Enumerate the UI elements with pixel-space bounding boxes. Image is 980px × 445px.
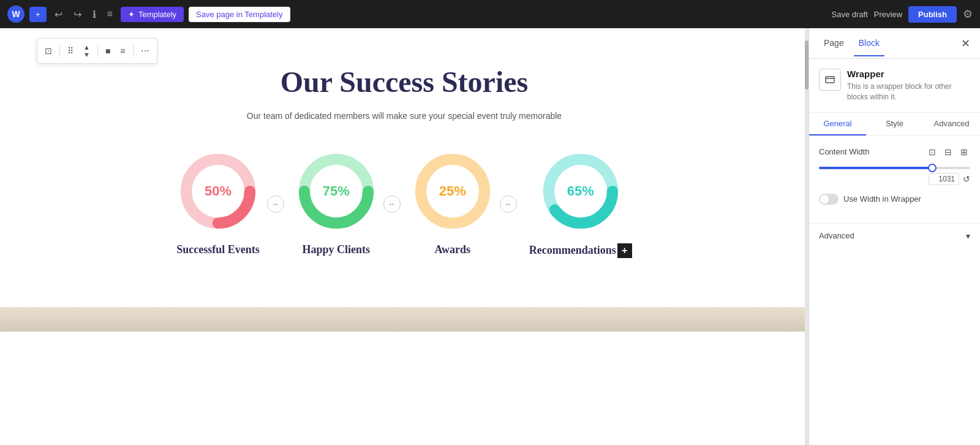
top-bar-right: Save draft Preview Publish ⚙ — [832, 6, 973, 23]
info-button[interactable]: ℹ — [89, 6, 99, 23]
stat-label-2: Happy Clients — [302, 243, 370, 256]
block-info-text: Wrapper This is a wrapper block for othe… — [847, 69, 970, 102]
content-width-label: Content Width — [819, 147, 869, 156]
canvas-content: Our Success Stories Our team of dedicate… — [0, 28, 809, 307]
section-title: Our Success Stories — [12, 65, 796, 99]
add-block-button[interactable]: + — [29, 7, 47, 22]
block-info: Wrapper This is a wrapper block for othe… — [809, 59, 980, 113]
templately-button[interactable]: ✦ Templately — [121, 7, 184, 22]
toolbar-divider-1 — [59, 45, 60, 57]
sidebar-tab-page[interactable]: Page — [819, 31, 849, 56]
stat-item-happy-clients: 75% ↔ Happy Clients — [296, 151, 376, 256]
section-subtitle: Our team of dedicated members will make … — [12, 111, 796, 121]
donut-label-2: 75% — [323, 183, 350, 199]
templately-icon: ✦ — [128, 10, 135, 19]
block-toolbar: ⊡ ⠿ ▲▼ ■ ≡ ⋯ — [37, 38, 157, 64]
bottom-decorative-strip — [0, 307, 809, 332]
sidebar-controls: Content Width ⊡ ⊟ ⊞ ↺ — [809, 136, 980, 223]
content-width-icon-2[interactable]: ⊟ — [942, 146, 954, 158]
slider-value-input[interactable] — [929, 173, 959, 185]
slider-value-row: ↺ — [819, 173, 970, 185]
sidebar-header: Page Block ✕ — [809, 28, 980, 59]
toggle-knob — [820, 195, 829, 203]
stat-item-recommendations: 65% Recommendations+ — [529, 151, 632, 258]
refresh-button[interactable]: ↺ — [963, 174, 970, 184]
toolbar-more-options[interactable]: ⋯ — [137, 44, 153, 58]
content-width-icon-3[interactable]: ⊞ — [958, 146, 970, 158]
slider-row: ↺ — [819, 167, 970, 185]
donut-successful-events: 50% — [178, 151, 258, 231]
save-draft-button[interactable]: Save draft — [832, 10, 868, 19]
slider-thumb[interactable] — [928, 164, 937, 172]
list-view-button[interactable]: ≡ — [104, 6, 116, 23]
preview-button[interactable]: Preview — [874, 10, 902, 19]
donut-awards: 25% — [413, 151, 492, 231]
toolbar-divider-2 — [97, 45, 98, 57]
close-sidebar-button[interactable]: ✕ — [961, 37, 970, 50]
toolbar-move-up-down[interactable]: ▲▼ — [80, 41, 94, 61]
donut-label-1: 50% — [205, 183, 232, 199]
add-after-button[interactable]: + — [617, 243, 632, 258]
stat-item-awards: 25% ↔ Awards — [413, 151, 492, 256]
toolbar-align[interactable]: ≡ — [116, 44, 129, 58]
stat-label-3: Awards — [434, 243, 470, 256]
wp-logo: W — [7, 6, 24, 23]
svg-rect-12 — [826, 77, 834, 83]
stat-item-successful-events: 50% ↔ Successful Events — [176, 151, 260, 256]
redo-button[interactable]: ↪ — [70, 6, 85, 23]
use-width-label: Use Width in Wrapper — [843, 194, 921, 203]
templately-label: Templately — [138, 10, 176, 19]
stats-row: 50% ↔ Successful Events 75% — [12, 151, 796, 258]
toolbar-drag-handle[interactable]: ⠿ — [64, 44, 77, 58]
arrow-btn-2[interactable]: ↔ — [383, 196, 401, 213]
arrow-btn-3[interactable]: ↔ — [500, 196, 517, 213]
toolbar-divider-3 — [133, 45, 134, 57]
content-width-icon-1[interactable]: ⊡ — [926, 146, 938, 158]
block-desc: This is a wrapper block for other blocks… — [847, 82, 970, 102]
sidebar-subtab-advanced[interactable]: Advanced — [923, 113, 980, 135]
slider-track — [819, 167, 970, 169]
donut-happy-clients: 75% — [296, 151, 376, 231]
save-templately-button[interactable]: Save page in Templately — [189, 7, 290, 22]
content-width-row: Content Width ⊡ ⊟ ⊞ — [819, 146, 970, 158]
wrapper-icon — [824, 74, 836, 86]
donut-recommendations: 65% — [541, 151, 620, 231]
content-width-icons: ⊡ ⊟ ⊞ — [926, 146, 970, 158]
sidebar-subtabs: General Style Advanced — [809, 113, 980, 136]
settings-button[interactable]: ⚙ — [963, 7, 973, 21]
canvas-area[interactable]: ⊡ ⠿ ▲▼ ■ ≡ ⋯ Our Success Stories Our tea… — [0, 28, 809, 445]
sidebar-subtab-general[interactable]: General — [809, 113, 866, 135]
toolbar-block-type[interactable]: ⊡ — [41, 44, 56, 58]
sidebar: Page Block ✕ Wrapper This is a wrapper b… — [809, 28, 980, 445]
arrow-btn-1[interactable]: ↔ — [267, 196, 284, 213]
advanced-section[interactable]: Advanced ▾ — [809, 223, 980, 248]
toolbar-block-style[interactable]: ■ — [102, 44, 114, 58]
stat-label-4: Recommendations+ — [529, 243, 632, 258]
undo-button[interactable]: ↩ — [51, 6, 66, 23]
chevron-down-icon: ▾ — [966, 231, 970, 241]
sidebar-subtab-style[interactable]: Style — [866, 113, 923, 135]
advanced-label: Advanced — [819, 231, 854, 240]
block-name: Wrapper — [847, 69, 970, 79]
donut-label-3: 25% — [439, 183, 466, 199]
stat-label-1: Successful Events — [176, 243, 260, 256]
block-icon — [819, 69, 841, 91]
use-width-row: Use Width in Wrapper — [819, 194, 970, 205]
use-width-toggle[interactable] — [819, 194, 839, 205]
sidebar-tab-block[interactable]: Block — [854, 31, 884, 56]
donut-label-4: 65% — [567, 183, 594, 199]
publish-button[interactable]: Publish — [908, 6, 957, 23]
main-layout: ⊡ ⠿ ▲▼ ■ ≡ ⋯ Our Success Stories Our tea… — [0, 28, 980, 445]
slider-fill — [819, 167, 932, 169]
top-bar: W + ↩ ↪ ℹ ≡ ✦ Templately Save page in Te… — [0, 0, 980, 28]
